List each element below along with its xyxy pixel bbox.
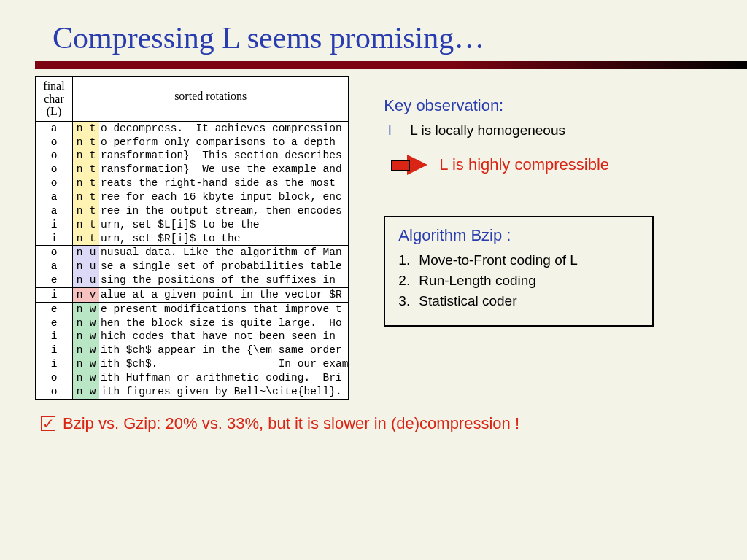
arrow-right-icon <box>407 155 427 175</box>
algorithm-step: 1.Move-to-Front coding of L <box>398 252 639 268</box>
table-row: ontransformation} This section describes <box>36 149 348 163</box>
table-row: inwith $ch$ appear in the {\em same orde… <box>36 343 348 357</box>
algorithm-box: Algorithm Bzip : 1.Move-to-Front coding … <box>384 216 654 327</box>
table-row: inwith $ch$. In our exam <box>36 357 348 371</box>
key-observation-text: L is locally homogeneous <box>410 122 565 139</box>
bullet-marker: l <box>384 122 410 139</box>
table-row: ontransformation} We use the example and <box>36 163 348 176</box>
algorithm-step: 2.Run-Length coding <box>398 273 639 289</box>
table-row: ontreats the right-hand side as the most <box>36 176 348 190</box>
title-rule <box>35 61 747 69</box>
table-row: enusing the positions of the suffixes in <box>36 273 348 287</box>
table-row: anuse a single set of probabilities tabl… <box>36 260 348 273</box>
algorithm-step: 3.Statistical coder <box>398 293 639 309</box>
rotations-table: final char (L) sorted rotations anto dec… <box>35 76 349 400</box>
key-observation-title: Key observation: <box>384 96 712 115</box>
table-header-left: final char (L) <box>36 77 73 121</box>
table-row: onto perform only comparisons to a depth <box>36 136 348 149</box>
table-row: inturn, set $L[i]$ to be the <box>36 218 348 232</box>
table-header-right: sorted rotations <box>73 77 348 121</box>
footer-note: ✓ Bzip vs. Gzip: 20% vs. 33%, but it is … <box>41 414 712 433</box>
table-row: antree in the output stream, then encode… <box>36 204 348 218</box>
table-row: antree for each 16 kbyte input block, en… <box>36 190 348 204</box>
highlight-text: L is highly compressible <box>439 155 609 174</box>
table-row: enwhen the block size is quite large. Ho <box>36 316 348 330</box>
slide-title: Compressing L seems promising… <box>53 20 712 55</box>
table-row: anto decompress. It achieves compression <box>36 122 348 136</box>
table-row: inturn, set $R[i]$ to the <box>36 232 348 246</box>
table-row: enwe present modifications that improve … <box>36 302 348 316</box>
algorithm-title: Algorithm Bzip : <box>398 226 639 245</box>
key-observation-item: l L is locally homogeneous <box>384 122 712 139</box>
table-row: inwhich codes that have not been seen in <box>36 330 348 343</box>
table-row: invalue at a given point in the vector $… <box>36 287 348 302</box>
footer-text: Bzip vs. Gzip: 20% vs. 33%, but it is sl… <box>63 414 519 433</box>
table-row: onunusual data. Like the algorithm of Ma… <box>36 245 348 260</box>
checkbox-icon: ✓ <box>41 416 55 431</box>
table-row: onwith figures given by Bell~\cite{bell}… <box>36 385 348 399</box>
table-row: onwith Huffman or arithmetic coding. Bri <box>36 371 348 385</box>
